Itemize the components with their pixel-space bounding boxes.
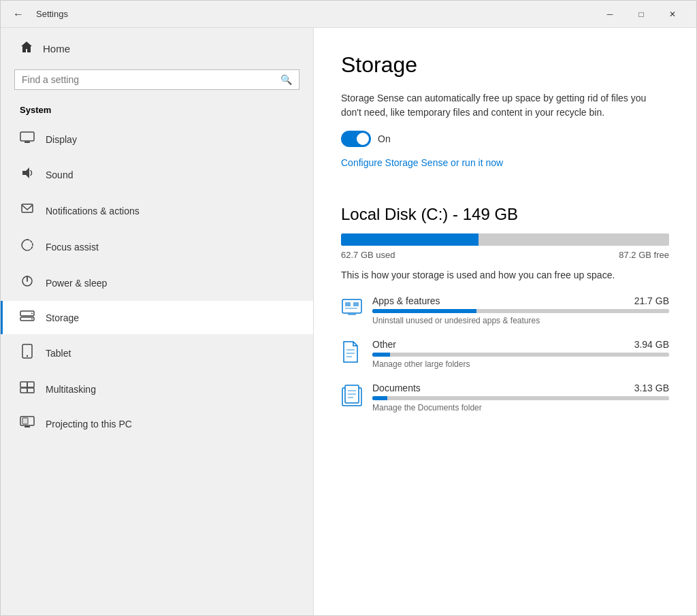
svg-rect-13 xyxy=(27,382,34,387)
sound-icon xyxy=(20,166,35,183)
disk-bar-fill xyxy=(341,233,479,246)
disk-free-label: 87.2 GB free xyxy=(619,250,669,260)
apps-header: Apps & features 21.7 GB xyxy=(372,295,669,306)
notifications-icon xyxy=(20,202,35,219)
system-section-label: System xyxy=(1,102,313,122)
storage-sense-toggle[interactable] xyxy=(341,131,371,147)
documents-icon xyxy=(341,384,363,408)
display-label: Display xyxy=(46,134,77,145)
svg-rect-21 xyxy=(353,302,359,306)
other-name: Other xyxy=(372,339,396,350)
storage-item-documents[interactable]: Documents 3.13 GB Manage the Documents f… xyxy=(341,383,669,412)
titlebar-title: Settings xyxy=(36,9,68,19)
sidebar-item-display[interactable]: Display xyxy=(1,122,313,157)
tablet-icon xyxy=(20,344,35,362)
documents-sub: Manage the Documents folder xyxy=(372,403,669,412)
other-body: Other 3.94 GB Manage other large folders xyxy=(372,339,669,369)
toggle-label: On xyxy=(378,133,391,144)
toggle-thumb xyxy=(357,133,369,145)
documents-body: Documents 3.13 GB Manage the Documents f… xyxy=(372,383,669,412)
sidebar-item-tablet[interactable]: Tablet xyxy=(1,334,313,372)
apps-body: Apps & features 21.7 GB Uninstall unused… xyxy=(372,295,669,325)
documents-bar-container xyxy=(372,396,669,400)
storage-sense-description: Storage Sense can automatically free up … xyxy=(341,91,668,120)
svg-rect-14 xyxy=(20,388,27,393)
configure-link[interactable]: Configure Storage Sense or run it now xyxy=(341,157,503,168)
sidebar-item-notifications[interactable]: Notifications & actions xyxy=(1,193,313,229)
toggle-track xyxy=(341,131,371,147)
window-content: Home 🔍 System Display xyxy=(1,28,696,615)
other-bar-container xyxy=(372,353,669,357)
window-controls: ─ □ ✕ xyxy=(594,1,688,28)
svg-rect-20 xyxy=(345,302,351,306)
svg-rect-12 xyxy=(20,382,27,387)
apps-size: 21.7 GB xyxy=(634,295,669,306)
documents-size: 3.13 GB xyxy=(634,383,669,393)
other-size: 3.94 GB xyxy=(634,339,669,350)
sidebar: Home 🔍 System Display xyxy=(1,28,314,615)
svg-rect-17 xyxy=(25,426,30,427)
close-button[interactable]: ✕ xyxy=(657,1,688,28)
sidebar-item-projecting[interactable]: Projecting to this PC xyxy=(1,406,313,441)
other-bar-fill xyxy=(372,353,390,357)
maximize-button[interactable]: □ xyxy=(626,1,657,28)
sidebar-item-storage[interactable]: Storage xyxy=(1,301,313,334)
home-label: Home xyxy=(43,43,70,54)
storage-item-other[interactable]: Other 3.94 GB Manage other large folders xyxy=(341,339,669,369)
documents-bar-fill xyxy=(372,396,387,400)
svg-rect-19 xyxy=(342,299,361,313)
projecting-icon xyxy=(20,416,35,432)
disk-title: Local Disk (C:) - 149 GB xyxy=(341,205,669,224)
page-title: Storage xyxy=(341,52,669,78)
focus-label: Focus assist xyxy=(46,242,99,253)
sidebar-item-multitasking[interactable]: Multitasking xyxy=(1,372,313,406)
tablet-label: Tablet xyxy=(46,348,71,359)
power-label: Power & sleep xyxy=(46,278,107,289)
documents-header: Documents 3.13 GB xyxy=(372,383,669,393)
main-panel: Storage Storage Sense can automatically … xyxy=(314,28,696,615)
other-header: Other 3.94 GB xyxy=(372,339,669,350)
apps-icon xyxy=(341,297,363,321)
storage-item-apps[interactable]: Apps & features 21.7 GB Uninstall unused… xyxy=(341,295,669,325)
notifications-label: Notifications & actions xyxy=(46,206,140,216)
focus-icon xyxy=(20,238,35,255)
storage-label: Storage xyxy=(46,312,79,323)
apps-sub: Uninstall unused or undesired apps & fea… xyxy=(372,316,669,325)
svg-point-8 xyxy=(31,313,33,314)
disk-description: This is how your storage is used and how… xyxy=(341,270,668,280)
titlebar: ← Settings ─ □ ✕ xyxy=(1,1,696,28)
sidebar-item-focus[interactable]: Focus assist xyxy=(1,229,313,265)
display-icon xyxy=(20,131,35,147)
sidebar-item-home[interactable]: Home xyxy=(1,28,313,69)
svg-rect-15 xyxy=(27,388,34,393)
apps-name: Apps & features xyxy=(372,295,440,306)
multitasking-icon xyxy=(20,381,35,397)
power-icon xyxy=(20,274,35,291)
disk-used-label: 62.7 GB used xyxy=(341,250,395,260)
documents-name: Documents xyxy=(372,383,421,393)
svg-rect-18 xyxy=(22,418,28,424)
disk-section: Local Disk (C:) - 149 GB 62.7 GB used 87… xyxy=(341,205,669,412)
home-icon xyxy=(20,40,33,57)
svg-rect-0 xyxy=(20,132,34,141)
sidebar-item-power[interactable]: Power & sleep xyxy=(1,265,313,301)
back-button[interactable]: ← xyxy=(9,5,28,23)
multitasking-label: Multitasking xyxy=(46,384,96,395)
disk-bar-container xyxy=(341,233,669,246)
disk-stats: 62.7 GB used 87.2 GB free xyxy=(341,250,669,260)
search-box: 🔍 xyxy=(14,69,299,90)
search-input[interactable] xyxy=(22,74,275,85)
apps-bar-fill xyxy=(372,309,476,313)
sound-label: Sound xyxy=(46,169,73,180)
app-window: ← Settings ─ □ ✕ Home 🔍 xyxy=(0,0,697,616)
svg-rect-22 xyxy=(345,308,357,309)
svg-rect-3 xyxy=(22,204,33,212)
svg-point-9 xyxy=(31,319,33,320)
minimize-button[interactable]: ─ xyxy=(594,1,626,28)
storage-sense-toggle-row: On xyxy=(341,131,669,147)
svg-marker-2 xyxy=(22,167,29,178)
projecting-label: Projecting to this PC xyxy=(46,419,132,429)
svg-point-11 xyxy=(27,355,28,357)
sidebar-item-sound[interactable]: Sound xyxy=(1,157,313,193)
svg-rect-1 xyxy=(25,142,30,143)
